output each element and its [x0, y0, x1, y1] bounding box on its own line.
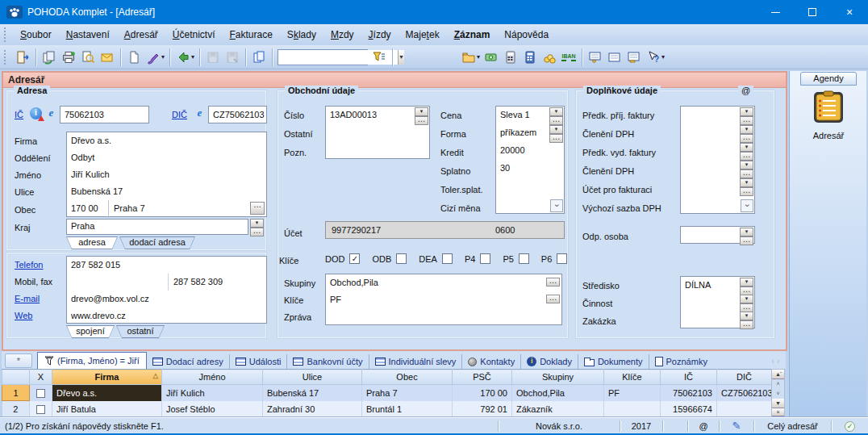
tab-dokumenty[interactable]: Dokumenty	[578, 354, 649, 369]
calculator-alt-button[interactable]	[520, 48, 540, 67]
status-range[interactable]: Celý adresář	[754, 421, 831, 431]
menu-napoveda[interactable]: Nápověda	[497, 27, 556, 43]
new-record-button[interactable]	[124, 48, 144, 67]
agenda-adresar-icon[interactable]	[811, 90, 846, 126]
toolbar-grip-2[interactable]	[4, 50, 8, 65]
tab-kontakty[interactable]: Kontakty	[462, 354, 521, 369]
cell-ic[interactable]: 15966674	[661, 401, 717, 417]
tab-ostatni[interactable]: ostatní	[116, 325, 165, 338]
menu-soubor[interactable]: Soubor	[13, 27, 59, 43]
comment-edit-button[interactable]	[624, 48, 644, 67]
refresh-records-button[interactable]	[40, 48, 59, 67]
cell-ulice[interactable]: Zahradní 30	[263, 401, 362, 417]
tab-udalosti[interactable]: Události	[230, 354, 288, 369]
cash-button[interactable]	[482, 48, 501, 67]
menu-adresar[interactable]: Adresář	[117, 27, 165, 43]
cena-dropdown-button[interactable]	[549, 107, 563, 116]
scroll-up-button[interactable]: ˄	[772, 379, 784, 389]
tab-bankovni-ucty[interactable]: Bankovní účty	[287, 354, 369, 369]
odp-osoba-more-button[interactable]	[740, 236, 753, 245]
ucet-fakturace-dropdown-button[interactable]	[740, 178, 753, 187]
header-dic[interactable]: DIČ	[717, 370, 772, 385]
header-klice[interactable]: Klíče	[604, 370, 661, 385]
flag-dea-checkbox[interactable]	[442, 253, 453, 264]
fax-field[interactable]: 287 582 309	[169, 274, 266, 291]
row-checkbox[interactable]	[36, 405, 45, 414]
open-agenda-button[interactable]	[13, 48, 32, 67]
menu-fakturace[interactable]: Fakturace	[222, 27, 279, 43]
scroll-last-button[interactable]: ▼	[772, 399, 784, 408]
default-filter-button[interactable]: *	[5, 353, 32, 368]
cleneni-dph2-dropdown-button[interactable]	[740, 161, 753, 169]
ic-web-lookup-icon[interactable]: e	[45, 107, 57, 119]
cell-ic[interactable]: 75062103	[661, 385, 717, 401]
cleneni-dph-dropdown-button[interactable]	[740, 125, 753, 134]
back-dropdown-caret[interactable]: ▾	[191, 53, 194, 61]
zakazka-more-button[interactable]	[740, 320, 753, 329]
tab-dodaci-adresy[interactable]: Dodací adresy	[147, 354, 230, 369]
ulice-field[interactable]: Bubenská 17	[67, 183, 266, 200]
odp-osoba-dropdown-button[interactable]	[740, 228, 753, 236]
menu-ucetnictvi[interactable]: Účetnictví	[165, 27, 223, 43]
flag-p4-checkbox[interactable]	[480, 253, 490, 264]
status-year[interactable]: 2017	[620, 421, 662, 431]
cell-firma[interactable]: Jiří Batula	[52, 401, 162, 417]
close-button[interactable]: ×	[831, 0, 868, 24]
kraj-dropdown-button[interactable]	[250, 219, 264, 228]
comment-add-button[interactable]	[586, 48, 605, 67]
skupiny-field[interactable]: Obchod,Pila	[326, 274, 561, 291]
sazba-dph-dropdown-button[interactable]	[741, 199, 753, 212]
cell-klice[interactable]: PF	[604, 385, 661, 401]
header-x[interactable]: X	[30, 370, 52, 385]
odp-osoba-field[interactable]	[680, 226, 755, 244]
documents-folder-button[interactable]	[459, 48, 478, 67]
firma-field[interactable]: Dřevo a.s.	[67, 132, 266, 149]
predk-prij-dropdown-button[interactable]	[740, 107, 753, 116]
flag-p6-checkbox[interactable]	[557, 253, 567, 264]
menu-majetek[interactable]: Majetek	[399, 27, 447, 43]
kredit-field[interactable]: 20000	[496, 142, 564, 160]
save-record-button[interactable]	[203, 48, 223, 67]
cell-jmeno[interactable]: Josef Stéblo	[162, 401, 263, 417]
back-button[interactable]	[173, 48, 193, 67]
kraj-more-button[interactable]	[250, 228, 264, 236]
cell-obec[interactable]: Bruntál 1	[362, 401, 453, 417]
tab-poznamky[interactable]: Poznámky	[649, 354, 713, 369]
cena-more-button[interactable]	[549, 116, 563, 125]
additional-box[interactable]	[680, 106, 755, 214]
menu-mzdy[interactable]: Mzdy	[323, 27, 361, 43]
address-more-button[interactable]	[250, 202, 265, 215]
copy-record-button[interactable]	[249, 48, 269, 67]
scroll-first-button[interactable]: ▲̄	[772, 370, 784, 379]
agendy-header[interactable]: Agendy	[800, 72, 857, 86]
tab-doklady[interactable]: iDoklady	[521, 354, 578, 369]
flag-odb-checkbox[interactable]	[396, 253, 407, 264]
minimize-button[interactable]	[757, 0, 794, 24]
zakazka-dropdown-button[interactable]	[740, 312, 753, 320]
web-field[interactable]: www.drevo.cz	[67, 307, 266, 324]
kraj-field[interactable]: Praha	[66, 219, 248, 235]
cell-klice[interactable]	[604, 401, 661, 417]
print-button[interactable]	[59, 48, 78, 67]
folder-dropdown-caret[interactable]: ▾	[477, 53, 480, 61]
forma-more-button[interactable]	[549, 134, 563, 143]
ucet-fakturace-more-button[interactable]	[740, 187, 753, 196]
table-row[interactable]: 2 Jiří Batula Josef Stéblo Zahradní 30 B…	[2, 401, 772, 417]
cell-jmeno[interactable]: Jiří Kulich	[162, 385, 263, 401]
predk-prij-more-button[interactable]	[740, 116, 753, 125]
menu-jizdy[interactable]: Jízdy	[361, 27, 399, 43]
tab-spojeni[interactable]: spojení	[66, 325, 115, 338]
header-firma[interactable]: Firma	[52, 370, 162, 385]
cell-obec[interactable]: Praha 7	[362, 385, 453, 401]
status-company[interactable]: Novák s.r.o.	[499, 421, 620, 431]
cleneni-dph2-more-button[interactable]	[740, 169, 753, 178]
print-preview-button[interactable]	[78, 48, 98, 67]
dic-field[interactable]: CZ75062103	[208, 106, 267, 123]
status-email-mode[interactable]: @	[688, 421, 719, 431]
header-skupiny[interactable]: Skupiny	[512, 370, 604, 385]
cell-firma[interactable]: Dřevo a.s.	[52, 385, 162, 401]
currency-button[interactable]	[540, 48, 559, 67]
cleneni-dph-more-button[interactable]	[740, 134, 753, 143]
splatno-field[interactable]: 30	[496, 160, 564, 178]
klice2-field[interactable]: PF	[326, 291, 561, 308]
